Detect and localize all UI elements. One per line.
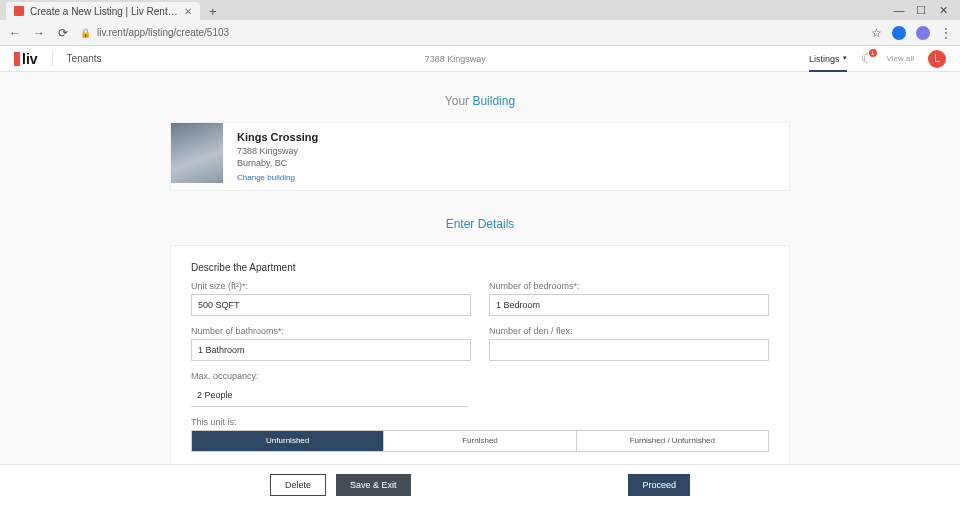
unit-is-label: This unit is: xyxy=(191,417,769,427)
tab-title: Create a New Listing | Liv Rent… xyxy=(30,6,178,17)
notifications-button[interactable]: ☾ 1 xyxy=(861,51,873,66)
tab-close-icon[interactable]: ✕ xyxy=(184,6,192,17)
save-exit-button[interactable]: Save & Exit xyxy=(336,474,411,496)
nav-listings-label: Listings xyxy=(809,54,840,64)
user-avatar[interactable]: L xyxy=(928,50,946,68)
bedrooms-input[interactable] xyxy=(489,294,769,316)
bathrooms-label: Number of bathrooms*: xyxy=(191,326,471,336)
url-text: liv.rent/app/listing/create/5103 xyxy=(97,27,229,38)
browser-menu-icon[interactable]: ⋮ xyxy=(940,26,952,40)
window-close-icon[interactable]: ✕ xyxy=(932,4,954,17)
brand-mark-icon xyxy=(14,52,20,66)
viewall-label[interactable]: View all xyxy=(887,54,914,63)
section-enter-details: Enter Details xyxy=(170,217,790,231)
details-card: Describe the Apartment Unit size (ft²)*:… xyxy=(170,245,790,464)
brand-logo[interactable]: liv xyxy=(14,51,38,67)
building-card: Kings Crossing 7388 Kingsway Burnaby, BC… xyxy=(170,122,790,191)
window-minimize-icon[interactable]: — xyxy=(888,4,910,16)
nav-tenants[interactable]: Tenants xyxy=(67,53,102,64)
building-image xyxy=(171,123,223,183)
header-address: 7388 Kingsway xyxy=(102,54,809,64)
describe-label: Describe the Apartment xyxy=(191,262,769,273)
building-address-line2: Burnaby, BC xyxy=(237,158,318,170)
den-input[interactable] xyxy=(489,339,769,361)
section-your-building: Your Building xyxy=(170,94,790,108)
nav-reload-icon[interactable]: ⟳ xyxy=(56,26,70,40)
building-name: Kings Crossing xyxy=(237,131,318,143)
den-label: Number of den / flex: xyxy=(489,326,769,336)
nav-back-icon[interactable]: ← xyxy=(8,26,22,40)
building-address-line1: 7388 Kingsway xyxy=(237,146,318,158)
building-label: Building xyxy=(472,94,515,108)
your-label: Your xyxy=(445,94,473,108)
lock-icon: 🔒 xyxy=(80,28,91,38)
extension-icon-1[interactable] xyxy=(892,26,906,40)
window-maximize-icon[interactable]: ☐ xyxy=(910,4,932,17)
profile-avatar-icon[interactable] xyxy=(916,26,930,40)
unit-size-label: Unit size (ft²)*: xyxy=(191,281,471,291)
page-scroll[interactable]: Your Building Kings Crossing 7388 Kingsw… xyxy=(0,72,960,464)
browser-tab[interactable]: Create a New Listing | Liv Rent… ✕ xyxy=(6,2,200,20)
proceed-button[interactable]: Proceed xyxy=(628,474,690,496)
url-field[interactable]: 🔒 liv.rent/app/listing/create/5103 xyxy=(80,27,861,38)
delete-button[interactable]: Delete xyxy=(270,474,326,496)
unit-size-input[interactable] xyxy=(191,294,471,316)
browser-tabstrip: Create a New Listing | Liv Rent… ✕ + — ☐… xyxy=(0,0,960,20)
nav-forward-icon[interactable]: → xyxy=(32,26,46,40)
bathrooms-input[interactable] xyxy=(191,339,471,361)
bedrooms-label: Number of bedrooms*: xyxy=(489,281,769,291)
nav-listings[interactable]: Listings ▾ xyxy=(809,54,847,72)
max-occupancy-label: Max. occupancy: xyxy=(191,371,468,381)
seg-furnished[interactable]: Furnished xyxy=(383,431,575,451)
footer-bar: Delete Save & Exit Proceed xyxy=(0,464,960,504)
change-building-link[interactable]: Change building xyxy=(237,173,295,182)
brand-text: liv xyxy=(22,51,38,67)
window-controls: — ☐ ✕ xyxy=(882,0,960,20)
furnishing-segmented[interactable]: Unfurnished Furnished Furnished / Unfurn… xyxy=(191,430,769,452)
app-header: liv Tenants 7388 Kingsway Listings ▾ ☾ 1… xyxy=(0,46,960,72)
chevron-down-icon: ▾ xyxy=(843,54,847,64)
seg-unfurnished[interactable]: Unfurnished xyxy=(192,431,383,451)
notification-badge: 1 xyxy=(869,49,877,57)
seg-both[interactable]: Furnished / Unfurnished xyxy=(576,431,768,451)
browser-address-bar: ← → ⟳ 🔒 liv.rent/app/listing/create/5103… xyxy=(0,20,960,46)
bookmark-star-icon[interactable]: ☆ xyxy=(871,26,882,40)
tab-favicon xyxy=(14,6,24,16)
new-tab-button[interactable]: + xyxy=(204,2,222,20)
max-occupancy-input[interactable] xyxy=(191,385,468,407)
